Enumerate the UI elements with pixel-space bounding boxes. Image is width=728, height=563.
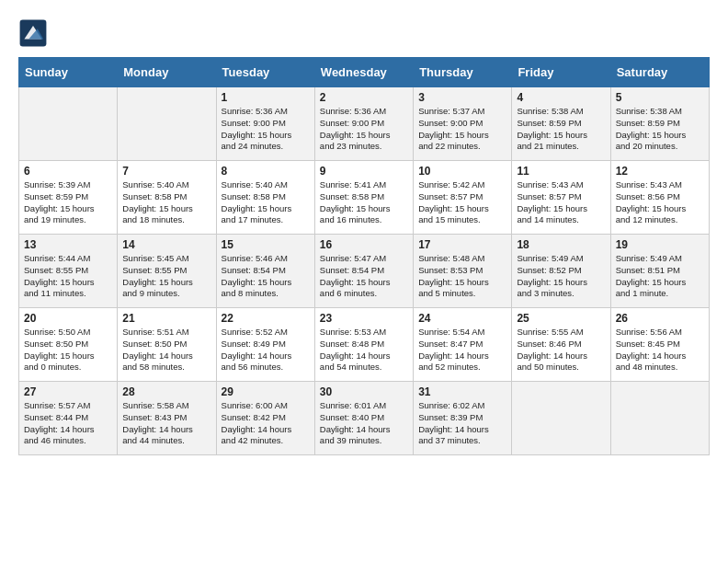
- day-number: 13: [24, 238, 112, 251]
- day-number: 2: [320, 91, 408, 104]
- cell-content: Sunrise: 5:41 AM Sunset: 8:58 PM Dayligh…: [320, 179, 408, 226]
- calendar-cell: [512, 382, 610, 455]
- cell-content: Sunrise: 5:48 AM Sunset: 8:53 PM Dayligh…: [418, 253, 506, 300]
- cell-content: Sunrise: 5:55 AM Sunset: 8:46 PM Dayligh…: [517, 327, 605, 373]
- day-number: 21: [122, 312, 210, 325]
- day-number: 9: [320, 165, 408, 178]
- day-number: 19: [616, 238, 704, 251]
- calendar-cell: 18Sunrise: 5:49 AM Sunset: 8:52 PM Dayli…: [512, 235, 610, 308]
- day-number: 6: [24, 165, 112, 178]
- day-number: 27: [24, 385, 112, 398]
- day-number: 11: [517, 165, 605, 178]
- cell-content: Sunrise: 5:46 AM Sunset: 8:54 PM Dayligh…: [222, 253, 310, 300]
- cell-content: Sunrise: 5:47 AM Sunset: 8:54 PM Dayligh…: [320, 253, 408, 300]
- calendar-cell: 29Sunrise: 6:00 AM Sunset: 8:42 PM Dayli…: [216, 382, 314, 455]
- cell-content: Sunrise: 6:02 AM Sunset: 8:39 PM Dayligh…: [418, 400, 506, 447]
- calendar-table: SundayMondayTuesdayWednesdayThursdayFrid…: [18, 57, 710, 455]
- day-number: 7: [122, 165, 210, 178]
- day-number: 30: [320, 385, 408, 398]
- calendar-cell: 24Sunrise: 5:54 AM Sunset: 8:47 PM Dayli…: [414, 308, 512, 382]
- cell-content: Sunrise: 5:36 AM Sunset: 9:00 PM Dayligh…: [320, 106, 408, 153]
- cell-content: Sunrise: 5:54 AM Sunset: 8:47 PM Dayligh…: [418, 327, 506, 373]
- cell-content: Sunrise: 5:42 AM Sunset: 8:57 PM Dayligh…: [418, 179, 506, 226]
- calendar-cell: 9Sunrise: 5:41 AM Sunset: 8:58 PM Daylig…: [314, 161, 413, 235]
- calendar-cell: 14Sunrise: 5:45 AM Sunset: 8:55 PM Dayli…: [118, 235, 216, 308]
- day-number: 25: [517, 312, 605, 325]
- calendar-cell: [118, 87, 216, 161]
- cell-content: Sunrise: 5:56 AM Sunset: 8:45 PM Dayligh…: [616, 327, 704, 373]
- calendar-cell: [19, 87, 118, 161]
- cell-content: Sunrise: 5:44 AM Sunset: 8:55 PM Dayligh…: [24, 253, 112, 300]
- calendar-cell: 23Sunrise: 5:53 AM Sunset: 8:48 PM Dayli…: [314, 308, 413, 382]
- calendar-cell: 5Sunrise: 5:38 AM Sunset: 8:59 PM Daylig…: [610, 87, 709, 161]
- calendar-cell: 6Sunrise: 5:39 AM Sunset: 8:59 PM Daylig…: [19, 161, 118, 235]
- cell-content: Sunrise: 5:37 AM Sunset: 9:00 PM Dayligh…: [418, 106, 506, 153]
- day-number: 8: [222, 165, 310, 178]
- week-row-4: 20Sunrise: 5:50 AM Sunset: 8:50 PM Dayli…: [19, 308, 710, 382]
- header-row: SundayMondayTuesdayWednesdayThursdayFrid…: [19, 58, 710, 87]
- cell-content: Sunrise: 5:51 AM Sunset: 8:50 PM Dayligh…: [122, 327, 210, 373]
- cell-content: Sunrise: 5:58 AM Sunset: 8:43 PM Dayligh…: [122, 400, 210, 447]
- calendar-cell: 25Sunrise: 5:55 AM Sunset: 8:46 PM Dayli…: [512, 308, 610, 382]
- calendar-cell: 10Sunrise: 5:42 AM Sunset: 8:57 PM Dayli…: [414, 161, 512, 235]
- cell-content: Sunrise: 5:49 AM Sunset: 8:52 PM Dayligh…: [517, 253, 605, 300]
- calendar-cell: 26Sunrise: 5:56 AM Sunset: 8:45 PM Dayli…: [610, 308, 709, 382]
- day-number: 20: [24, 312, 112, 325]
- calendar-cell: 31Sunrise: 6:02 AM Sunset: 8:39 PM Dayli…: [414, 382, 512, 455]
- logo-icon: [18, 18, 48, 48]
- day-number: 29: [222, 385, 310, 398]
- day-number: 23: [320, 312, 408, 325]
- day-number: 16: [320, 238, 408, 251]
- header-cell-wednesday: Wednesday: [314, 58, 413, 87]
- day-number: 22: [222, 312, 310, 325]
- calendar-cell: 2Sunrise: 5:36 AM Sunset: 9:00 PM Daylig…: [314, 87, 413, 161]
- day-number: 3: [418, 91, 506, 104]
- calendar-cell: 19Sunrise: 5:49 AM Sunset: 8:51 PM Dayli…: [610, 235, 709, 308]
- calendar-cell: [610, 382, 709, 455]
- cell-content: Sunrise: 5:40 AM Sunset: 8:58 PM Dayligh…: [222, 179, 310, 226]
- calendar-cell: 1Sunrise: 5:36 AM Sunset: 9:00 PM Daylig…: [216, 87, 314, 161]
- header-cell-tuesday: Tuesday: [216, 58, 314, 87]
- header-cell-saturday: Saturday: [610, 58, 709, 87]
- day-number: 14: [122, 238, 210, 251]
- day-number: 5: [616, 91, 704, 104]
- cell-content: Sunrise: 5:49 AM Sunset: 8:51 PM Dayligh…: [616, 253, 704, 300]
- cell-content: Sunrise: 5:38 AM Sunset: 8:59 PM Dayligh…: [616, 106, 704, 153]
- calendar-cell: 12Sunrise: 5:43 AM Sunset: 8:56 PM Dayli…: [610, 161, 709, 235]
- cell-content: Sunrise: 5:36 AM Sunset: 9:00 PM Dayligh…: [222, 106, 310, 153]
- cell-content: Sunrise: 5:39 AM Sunset: 8:59 PM Dayligh…: [24, 179, 112, 226]
- cell-content: Sunrise: 5:52 AM Sunset: 8:49 PM Dayligh…: [222, 327, 310, 373]
- cell-content: Sunrise: 5:40 AM Sunset: 8:58 PM Dayligh…: [122, 179, 210, 226]
- header-cell-friday: Friday: [512, 58, 610, 87]
- day-number: 31: [418, 385, 506, 398]
- calendar-cell: 28Sunrise: 5:58 AM Sunset: 8:43 PM Dayli…: [118, 382, 216, 455]
- cell-content: Sunrise: 5:43 AM Sunset: 8:56 PM Dayligh…: [616, 179, 704, 226]
- calendar-cell: 8Sunrise: 5:40 AM Sunset: 8:58 PM Daylig…: [216, 161, 314, 235]
- cell-content: Sunrise: 5:53 AM Sunset: 8:48 PM Dayligh…: [320, 327, 408, 373]
- week-row-5: 27Sunrise: 5:57 AM Sunset: 8:44 PM Dayli…: [19, 382, 710, 455]
- calendar-cell: 4Sunrise: 5:38 AM Sunset: 8:59 PM Daylig…: [512, 87, 610, 161]
- cell-content: Sunrise: 5:38 AM Sunset: 8:59 PM Dayligh…: [517, 106, 605, 153]
- calendar-cell: 13Sunrise: 5:44 AM Sunset: 8:55 PM Dayli…: [19, 235, 118, 308]
- day-number: 26: [616, 312, 704, 325]
- header-cell-sunday: Sunday: [19, 58, 118, 87]
- week-row-1: 1Sunrise: 5:36 AM Sunset: 9:00 PM Daylig…: [19, 87, 710, 161]
- week-row-2: 6Sunrise: 5:39 AM Sunset: 8:59 PM Daylig…: [19, 161, 710, 235]
- calendar-cell: 3Sunrise: 5:37 AM Sunset: 9:00 PM Daylig…: [414, 87, 512, 161]
- calendar-cell: 11Sunrise: 5:43 AM Sunset: 8:57 PM Dayli…: [512, 161, 610, 235]
- calendar-cell: 17Sunrise: 5:48 AM Sunset: 8:53 PM Dayli…: [414, 235, 512, 308]
- cell-content: Sunrise: 5:45 AM Sunset: 8:55 PM Dayligh…: [122, 253, 210, 300]
- day-number: 12: [616, 165, 704, 178]
- calendar-cell: 15Sunrise: 5:46 AM Sunset: 8:54 PM Dayli…: [216, 235, 314, 308]
- calendar-cell: 27Sunrise: 5:57 AM Sunset: 8:44 PM Dayli…: [19, 382, 118, 455]
- calendar-cell: 21Sunrise: 5:51 AM Sunset: 8:50 PM Dayli…: [118, 308, 216, 382]
- day-number: 1: [222, 91, 310, 104]
- calendar-cell: 20Sunrise: 5:50 AM Sunset: 8:50 PM Dayli…: [19, 308, 118, 382]
- day-number: 17: [418, 238, 506, 251]
- calendar-cell: 7Sunrise: 5:40 AM Sunset: 8:58 PM Daylig…: [118, 161, 216, 235]
- page-header: [18, 18, 710, 48]
- calendar-cell: 30Sunrise: 6:01 AM Sunset: 8:40 PM Dayli…: [314, 382, 413, 455]
- cell-content: Sunrise: 6:00 AM Sunset: 8:42 PM Dayligh…: [222, 400, 310, 447]
- calendar-cell: 22Sunrise: 5:52 AM Sunset: 8:49 PM Dayli…: [216, 308, 314, 382]
- day-number: 4: [517, 91, 605, 104]
